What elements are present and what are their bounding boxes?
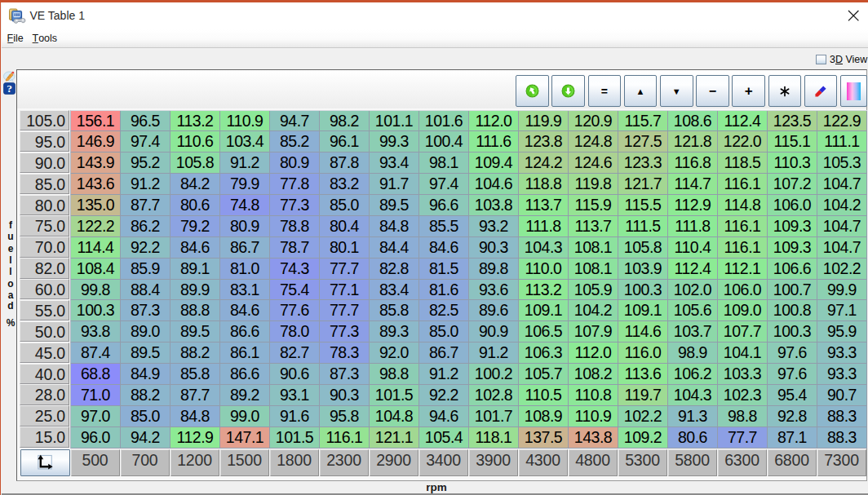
svg-text:?: ? — [7, 82, 12, 95]
